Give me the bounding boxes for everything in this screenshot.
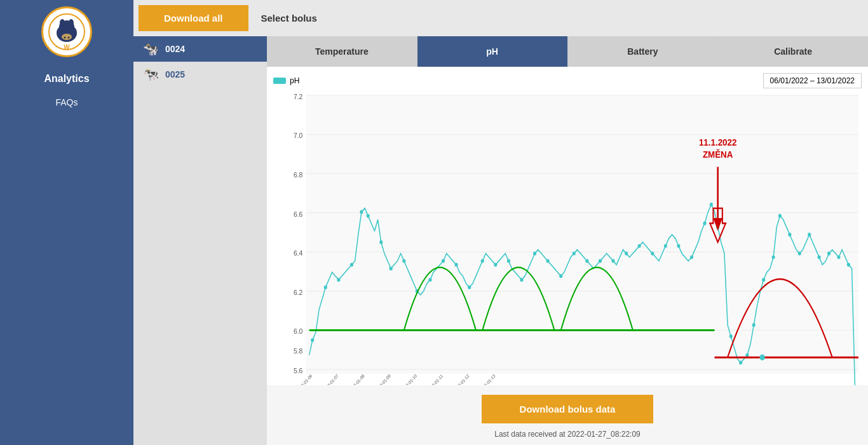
svg-point-35 — [402, 259, 405, 263]
bolus-item-0024[interactable]: 🐄 0024 — [133, 36, 267, 62]
sidebar-item-analytics[interactable]: Analytics — [37, 70, 95, 88]
svg-point-7 — [68, 37, 70, 39]
svg-point-33 — [379, 240, 383, 244]
svg-point-28 — [324, 285, 327, 289]
svg-text:6.2: 6.2 — [294, 288, 302, 296]
svg-point-30 — [350, 263, 353, 267]
svg-point-48 — [573, 252, 576, 256]
logo: W — [41, 6, 92, 57]
svg-point-73 — [837, 256, 840, 259]
chart-svg: 7.2 7.0 6.8 6.6 6.4 6.2 6.0 5.8 5.6 — [273, 92, 862, 385]
svg-point-67 — [778, 214, 782, 218]
svg-point-57 — [690, 256, 693, 259]
bottom-section: Download bolus data Last data received a… — [267, 385, 868, 445]
svg-point-49 — [585, 259, 588, 263]
svg-point-58 — [703, 221, 706, 225]
svg-point-71 — [818, 256, 821, 259]
svg-point-53 — [638, 244, 641, 248]
svg-point-3 — [60, 19, 65, 27]
chart-header: pH 06/01/2022 – 13/01/2022 — [273, 73, 862, 88]
svg-point-40 — [468, 285, 471, 289]
sidebar-nav: Analytics FAQs — [0, 70, 133, 111]
svg-text:2022-01-11: 2022-01-11 — [426, 373, 444, 385]
top-controls: Download all Select bolus — [133, 0, 868, 36]
svg-point-66 — [772, 256, 775, 259]
svg-text:5.8: 5.8 — [294, 347, 302, 355]
svg-point-56 — [677, 244, 680, 248]
download-bolus-button[interactable]: Download bolus data — [482, 395, 654, 423]
svg-text:6.8: 6.8 — [294, 170, 302, 179]
svg-point-44 — [520, 278, 523, 282]
cow-icon-0025: 🐄 — [143, 67, 159, 82]
svg-text:6.6: 6.6 — [294, 210, 302, 218]
download-all-button[interactable]: Download all — [139, 5, 248, 31]
svg-text:7.2: 7.2 — [294, 92, 302, 100]
svg-point-62 — [739, 361, 742, 365]
tab-ph[interactable]: pH — [417, 36, 568, 67]
svg-point-55 — [664, 244, 667, 248]
svg-point-74 — [847, 263, 850, 267]
svg-point-34 — [390, 266, 393, 270]
svg-point-51 — [611, 259, 614, 263]
svg-point-5 — [62, 34, 72, 40]
svg-text:11.1.2022: 11.1.2022 — [699, 137, 736, 147]
svg-point-59 — [710, 203, 713, 207]
svg-point-39 — [455, 263, 458, 267]
last-data-text: Last data received at 2022-01-27_08:22:0… — [494, 430, 641, 439]
date-range-box: 06/01/2022 – 13/01/2022 — [763, 73, 862, 88]
legend-label-ph: pH — [290, 76, 299, 85]
right-wrapper: Temperature pH Battery Calibrate pH 06/0… — [267, 36, 868, 445]
svg-text:2022-01-06: 2022-01-06 — [296, 373, 313, 385]
svg-point-41 — [481, 259, 484, 263]
svg-point-69 — [798, 252, 801, 256]
svg-text:6.0: 6.0 — [294, 327, 302, 336]
svg-text:6.4: 6.4 — [294, 249, 302, 257]
svg-text:2022-01-10: 2022-01-10 — [400, 373, 417, 385]
svg-point-63 — [745, 353, 749, 357]
svg-point-46 — [546, 259, 550, 263]
svg-point-37 — [428, 278, 431, 282]
svg-text:2022-01-07: 2022-01-07 — [322, 373, 339, 385]
tab-temperature[interactable]: Temperature — [267, 36, 417, 67]
svg-point-31 — [360, 210, 363, 214]
svg-point-65 — [762, 278, 765, 282]
svg-point-42 — [494, 263, 497, 267]
svg-point-47 — [559, 274, 562, 278]
svg-point-45 — [533, 252, 536, 256]
svg-point-29 — [337, 278, 340, 282]
tab-calibrate[interactable]: Calibrate — [718, 36, 868, 67]
svg-point-70 — [808, 233, 811, 236]
svg-text:2022-01-13: 2022-01-13 — [479, 373, 496, 385]
svg-point-6 — [64, 37, 66, 39]
svg-point-50 — [599, 259, 602, 263]
svg-point-32 — [367, 214, 370, 218]
svg-text:ZMĚNA: ZMĚNA — [703, 148, 733, 160]
bolus-panel: 🐄 0024 🐄 0025 — [133, 36, 267, 445]
svg-text:2022-01-08: 2022-01-08 — [348, 373, 365, 385]
svg-point-4 — [69, 19, 74, 27]
svg-point-54 — [651, 252, 654, 256]
svg-text:2022-01-12: 2022-01-12 — [452, 373, 470, 385]
svg-text:2022-01-09: 2022-01-09 — [374, 373, 391, 385]
cow-icon-0024: 🐄 — [143, 41, 159, 57]
sidebar: W Analytics FAQs — [0, 0, 133, 445]
tab-battery[interactable]: Battery — [568, 36, 719, 67]
svg-text:7.0: 7.0 — [294, 132, 302, 140]
svg-point-64 — [752, 323, 756, 327]
svg-point-38 — [442, 259, 445, 263]
chart-container: pH 06/01/2022 – 13/01/2022 — [267, 67, 868, 385]
svg-text:W: W — [64, 44, 70, 51]
sidebar-item-faqs[interactable]: FAQs — [49, 94, 84, 111]
svg-point-83 — [759, 354, 764, 360]
svg-text:5.6: 5.6 — [294, 366, 302, 374]
svg-point-61 — [729, 334, 733, 338]
legend-color-ph — [273, 78, 286, 84]
svg-point-43 — [507, 259, 510, 263]
bolus-item-0025[interactable]: 🐄 0025 — [133, 62, 267, 87]
svg-point-52 — [625, 252, 628, 256]
chart-legend: pH — [273, 76, 299, 85]
bolus-id-0025: 0025 — [165, 69, 185, 79]
bolus-id-0024: 0024 — [165, 44, 185, 54]
select-bolus-label: Select bolus — [248, 13, 330, 24]
svg-point-68 — [788, 233, 791, 236]
